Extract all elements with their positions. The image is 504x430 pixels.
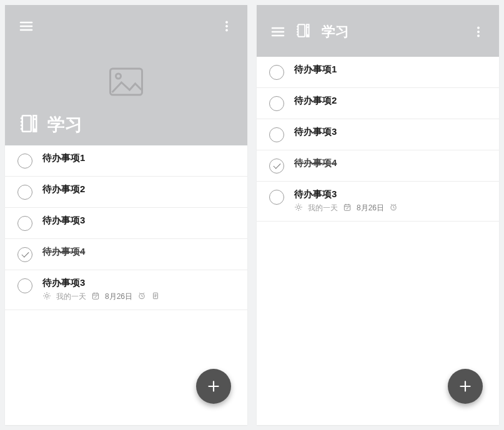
svg-point-47 xyxy=(477,27,479,29)
item-title: 待办事项4 xyxy=(42,246,237,258)
note-icon xyxy=(151,291,160,302)
panel-left: 学习 待办事项1 待办事项2 待办事项3 待办事项4 xyxy=(5,5,247,425)
page-title: 学习 xyxy=(47,113,82,137)
list-item[interactable]: 待办事项3 xyxy=(5,208,247,239)
item-title: 待办事项2 xyxy=(294,95,489,107)
item-title: 待办事项4 xyxy=(294,157,489,169)
checkbox[interactable] xyxy=(17,278,32,293)
more-icon[interactable] xyxy=(220,19,234,33)
svg-point-4 xyxy=(225,25,227,27)
svg-line-23 xyxy=(49,293,49,294)
svg-line-29 xyxy=(139,293,141,293)
checkbox[interactable] xyxy=(269,190,284,205)
notebook-icon xyxy=(19,113,40,137)
svg-line-64 xyxy=(391,204,392,205)
item-title: 待办事项3 xyxy=(294,188,489,200)
more-icon[interactable] xyxy=(472,25,485,39)
hamburger-icon[interactable] xyxy=(19,19,34,34)
svg-rect-59 xyxy=(344,205,350,210)
checkbox[interactable] xyxy=(269,159,284,173)
svg-point-50 xyxy=(297,206,300,209)
svg-rect-6 xyxy=(111,69,142,95)
svg-line-20 xyxy=(44,293,45,294)
svg-rect-24 xyxy=(92,293,98,299)
item-meta: 我的一天 8月26日 xyxy=(294,203,489,213)
item-title: 待办事项3 xyxy=(42,215,237,227)
list-item[interactable]: 待办事项2 xyxy=(5,177,247,208)
svg-rect-8 xyxy=(22,115,31,132)
svg-point-49 xyxy=(477,34,479,36)
add-button[interactable] xyxy=(196,369,231,404)
svg-line-57 xyxy=(296,209,297,210)
checkbox[interactable] xyxy=(17,185,32,200)
svg-point-7 xyxy=(116,74,121,79)
item-title: 待办事项3 xyxy=(294,126,489,138)
header: 学习 xyxy=(5,5,247,145)
list-item[interactable]: 待办事项4 xyxy=(5,239,247,270)
checkbox[interactable] xyxy=(269,65,284,80)
hamburger-icon[interactable] xyxy=(270,24,285,39)
svg-line-21 xyxy=(49,298,49,298)
image-placeholder-icon xyxy=(109,67,144,96)
svg-line-22 xyxy=(44,298,45,298)
svg-line-56 xyxy=(300,209,301,210)
calendar-icon xyxy=(91,291,100,302)
svg-line-30 xyxy=(143,293,144,293)
list-item[interactable]: 待办事项3 我的一天 xyxy=(5,270,247,310)
checkbox[interactable] xyxy=(17,216,32,231)
checkbox[interactable] xyxy=(269,96,284,111)
checkbox[interactable] xyxy=(17,247,32,262)
myday-label: 我的一天 xyxy=(56,291,86,302)
page-title: 学习 xyxy=(322,22,349,41)
item-title: 待办事项3 xyxy=(42,277,237,289)
checkbox[interactable] xyxy=(269,127,284,142)
list-item[interactable]: 待办事项3 xyxy=(257,119,499,150)
list-item[interactable]: 待办事项3 我的一天 xyxy=(257,182,499,222)
item-title: 待办事项1 xyxy=(42,152,237,164)
svg-line-65 xyxy=(395,204,396,205)
svg-point-3 xyxy=(225,21,227,23)
add-button[interactable] xyxy=(448,369,483,404)
myday-label: 我的一天 xyxy=(308,203,338,213)
alarm-icon xyxy=(137,291,146,302)
svg-line-55 xyxy=(296,205,297,205)
sun-icon xyxy=(294,203,303,213)
header-title-row: 学习 xyxy=(19,113,234,137)
notebook-icon xyxy=(295,22,312,41)
svg-point-15 xyxy=(46,295,49,298)
list-item[interactable]: 待办事项1 xyxy=(5,145,247,177)
item-title: 待办事项2 xyxy=(42,183,237,195)
date-label: 8月26日 xyxy=(105,291,132,302)
date-label: 8月26日 xyxy=(357,203,384,213)
list-item[interactable]: 待办事项2 xyxy=(257,88,499,119)
header: 学习 xyxy=(257,5,499,57)
svg-line-58 xyxy=(300,205,301,205)
svg-point-48 xyxy=(477,31,479,32)
svg-point-5 xyxy=(225,29,227,31)
list-item[interactable]: 待办事项1 xyxy=(257,57,499,88)
svg-rect-40 xyxy=(298,24,305,37)
alarm-icon xyxy=(389,203,398,213)
list-item[interactable]: 待办事项4 xyxy=(257,150,499,182)
sun-icon xyxy=(42,291,51,302)
checkbox[interactable] xyxy=(17,154,32,169)
item-meta: 我的一天 8月26日 xyxy=(42,291,237,302)
topbar xyxy=(19,17,234,35)
calendar-icon xyxy=(343,203,352,213)
panel-right: 学习 待办事项1 待办事项2 待办事项3 xyxy=(257,5,499,425)
item-title: 待办事项1 xyxy=(294,64,489,76)
